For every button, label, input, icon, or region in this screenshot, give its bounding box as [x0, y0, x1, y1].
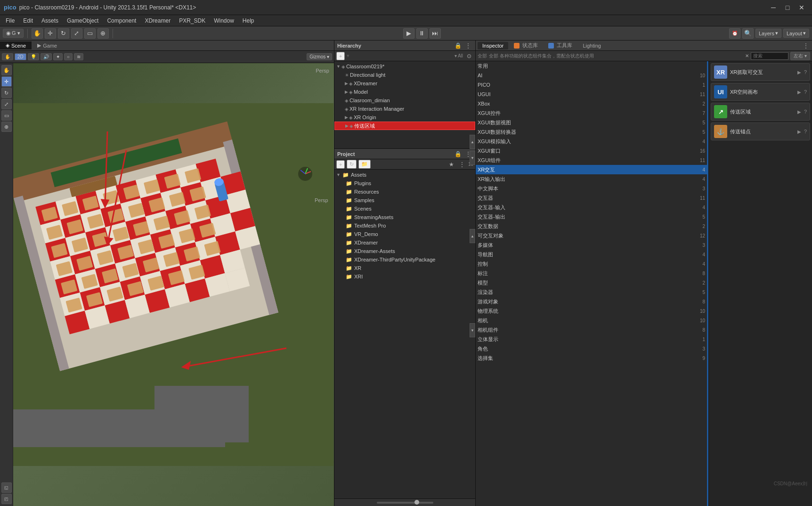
- menu-gameobject[interactable]: GameObject: [63, 16, 102, 25]
- align-dropdown[interactable]: 左右 ▾: [790, 52, 810, 60]
- hand-tool-button[interactable]: ✋: [32, 28, 43, 39]
- collapse-bot-btn[interactable]: ▼: [470, 323, 475, 337]
- project-assets-root[interactable]: ▼ 📁 Assets: [334, 171, 475, 179]
- comp-xr-grab[interactable]: XR XR抓取可交互 ▶ ?: [711, 63, 810, 81]
- scene-gizmos-btn[interactable]: Gizmos ▾: [307, 53, 332, 60]
- project-folder-vr-demo[interactable]: 📁 VR_Demo: [334, 230, 475, 238]
- scene-audio-btn[interactable]: 🔊: [41, 53, 52, 60]
- project-lock-icon[interactable]: 🔒: [454, 150, 462, 158]
- project-folder-xdreamer-third[interactable]: 📁 XDreamer-ThirdPartyUnityPackage: [334, 255, 475, 264]
- cat-interactable-obj[interactable]: 可交互对象 12: [476, 231, 707, 240]
- menu-pxr-sdk[interactable]: PXR_SDK: [175, 16, 209, 25]
- cat-common[interactable]: 常用: [476, 61, 707, 71]
- project-folder-xri[interactable]: 📁 XRI: [334, 272, 475, 281]
- hierarchy-lock-icon[interactable]: 🔒: [454, 41, 462, 50]
- transport-zone-fav-icon[interactable]: ?: [804, 109, 807, 114]
- tab-tool-library[interactable]: 工具库: [544, 41, 577, 50]
- minimize-button[interactable]: ─: [767, 2, 780, 13]
- filter-close-icon[interactable]: ✕: [745, 53, 749, 58]
- cat-xgui-window[interactable]: XGUI窗口 16: [476, 146, 707, 155]
- cat-model[interactable]: 模型 2: [476, 278, 707, 287]
- project-folder-resources[interactable]: 📁 Resources: [334, 188, 475, 196]
- scene-skybox-btn[interactable]: ○: [64, 53, 73, 60]
- menu-help[interactable]: Help: [239, 16, 258, 25]
- collapse-mid-btn[interactable]: ▲: [470, 229, 475, 243]
- close-button[interactable]: ✕: [795, 2, 808, 13]
- cat-ugui[interactable]: UGUI 11: [476, 90, 707, 99]
- hierarchy-item-xdreamer[interactable]: ▶ ◈ XDreamer: [334, 79, 475, 88]
- tab-lighting[interactable]: Lighting: [578, 42, 606, 49]
- tool-all[interactable]: ⊕: [1, 122, 12, 132]
- scale-tool-button[interactable]: ⤢: [71, 28, 82, 39]
- project-folder-scenes[interactable]: 📁 Scenes: [334, 204, 475, 213]
- project-folder-plugins[interactable]: 📁 Plugins: [334, 179, 475, 188]
- cat-xgui-data-view[interactable]: XGUI数据视图 5: [476, 118, 707, 127]
- cat-interactor-in[interactable]: 交互器-输入 4: [476, 203, 707, 212]
- cat-stereo[interactable]: 立体显示 1: [476, 335, 707, 344]
- project-reveal-btn[interactable]: 📁: [358, 160, 371, 169]
- project-fav-icon[interactable]: ★: [447, 160, 456, 169]
- tab-state-library[interactable]: 状态库: [509, 41, 543, 50]
- comp-xr-canvas[interactable]: UI XR空间画布 ▶ ?: [711, 83, 810, 101]
- cat-xr-interact[interactable]: XR交互 4: [476, 165, 707, 174]
- cat-interactor[interactable]: 交互器 11: [476, 193, 707, 203]
- project-refresh-btn[interactable]: ↻: [347, 160, 357, 169]
- hierarchy-item-model[interactable]: ▶ ◈ Model: [334, 88, 475, 96]
- cat-camera-comp[interactable]: 相机组件 8: [476, 325, 707, 335]
- cat-physics[interactable]: 物理系统 10: [476, 306, 707, 316]
- tab-inspector[interactable]: Inspector: [478, 42, 508, 49]
- inspector-search-input[interactable]: [751, 52, 788, 60]
- project-folder-xdreamer-assets[interactable]: 📁 XDreamer-Assets: [334, 247, 475, 255]
- project-options-icon[interactable]: ⋮: [458, 160, 466, 169]
- cat-character[interactable]: 角色 3: [476, 344, 707, 353]
- tool-scale[interactable]: ⤢: [1, 99, 12, 109]
- cat-camera[interactable]: 相机 10: [476, 316, 707, 325]
- hierarchy-item-xr-origin[interactable]: ▶ ◈ XR Origin: [334, 113, 475, 122]
- hierarchy-item-directional-light[interactable]: ☀ Directional light: [334, 71, 475, 79]
- cat-xgui-comp[interactable]: XGUI组件 11: [476, 155, 707, 165]
- hierarchy-add-btn[interactable]: +: [336, 52, 345, 60]
- cat-xgui-ctrl[interactable]: XGUI控件 7: [476, 108, 707, 118]
- rect-tool-button[interactable]: ▭: [84, 28, 96, 39]
- menu-assets[interactable]: Assets: [38, 16, 62, 25]
- search-button[interactable]: 🔍: [742, 28, 754, 39]
- tool-extra1[interactable]: ◱: [1, 482, 12, 493]
- comp-transport-anchor[interactable]: ⚓ 传送锚点 ▶ ?: [711, 122, 810, 140]
- cat-nav-map[interactable]: 导航图 4: [476, 250, 707, 259]
- xr-grab-arrow-icon[interactable]: ▶: [797, 70, 801, 75]
- menu-edit[interactable]: Edit: [19, 16, 37, 25]
- inspector-more-icon[interactable]: ⋮: [802, 41, 810, 50]
- cat-pico[interactable]: PICO 1: [476, 80, 707, 90]
- xr-canvas-arrow-icon[interactable]: ▶: [797, 90, 801, 95]
- layout-dropdown[interactable]: Layout ▾: [783, 29, 809, 38]
- play-button[interactable]: ▶: [403, 28, 414, 39]
- layers-dropdown[interactable]: Layers ▾: [755, 29, 781, 38]
- scene-light-btn[interactable]: 💡: [28, 53, 39, 60]
- tool-move[interactable]: ✛: [1, 76, 12, 87]
- tab-game[interactable]: ▶ Game: [32, 41, 63, 49]
- cat-renderer[interactable]: 渲染器 5: [476, 287, 707, 297]
- project-folder-samples[interactable]: 📁 Samples: [334, 196, 475, 204]
- cat-game-obj[interactable]: 游戏对象 8: [476, 297, 707, 306]
- project-folder-xr[interactable]: 📁 XR: [334, 264, 475, 272]
- xr-canvas-fav-icon[interactable]: ?: [804, 89, 807, 95]
- cat-interact-data[interactable]: 交互数据 2: [476, 221, 707, 231]
- cat-xr-io[interactable]: XR输入输出 4: [476, 174, 707, 184]
- maximize-button[interactable]: □: [781, 2, 794, 13]
- cloud-button[interactable]: ⏰: [729, 28, 740, 39]
- hierarchy-filter-icon[interactable]: ⊙: [465, 52, 473, 60]
- project-add-btn[interactable]: +: [336, 160, 345, 169]
- account-button[interactable]: ◉ G ▾: [3, 29, 24, 38]
- move-tool-button[interactable]: ✛: [45, 28, 56, 39]
- menu-xdreamer[interactable]: XDreamer: [141, 16, 174, 25]
- transport-zone-arrow-icon[interactable]: ▶: [797, 109, 801, 114]
- all-tool-button[interactable]: ⊕: [97, 28, 109, 39]
- tab-scene[interactable]: ◈ Scene: [0, 41, 32, 49]
- cat-annotation[interactable]: 标注 8: [476, 269, 707, 278]
- scene-fog-btn[interactable]: ≋: [74, 53, 83, 60]
- cat-xgui-sim-input[interactable]: XGUI模拟输入 4: [476, 137, 707, 146]
- project-folder-xdreamer[interactable]: 📁 XDreamer: [334, 238, 475, 247]
- xr-grab-fav-icon[interactable]: ?: [804, 69, 807, 75]
- hierarchy-more-icon[interactable]: ⋮: [464, 41, 472, 50]
- project-folder-textmesh[interactable]: 📁 TextMesh Pro: [334, 221, 475, 230]
